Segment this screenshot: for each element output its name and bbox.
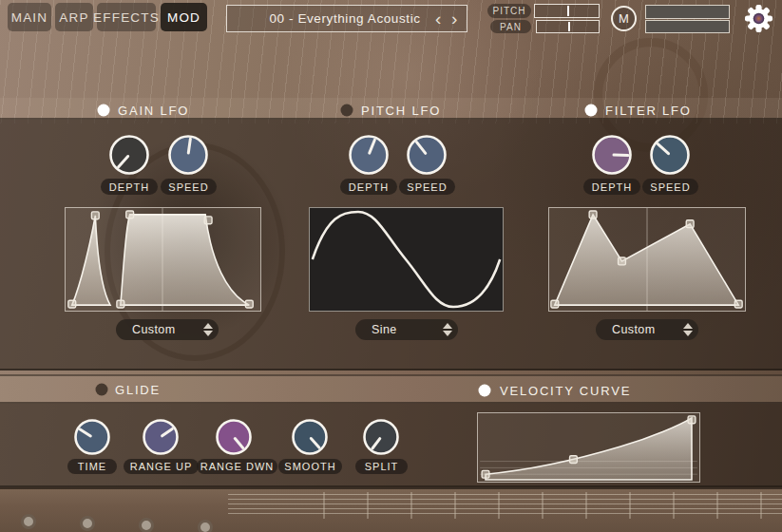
waveform-handle[interactable] [589,211,597,218]
meter-right [645,20,730,33]
gain-shape-dropdown[interactable]: Custom [116,319,219,340]
filter-speed-knob[interactable] [649,134,691,176]
gain-shape-spinner-icon[interactable] [198,323,219,336]
filter-lfo-title: FILTER LFO [605,104,692,118]
gain-lfo-led[interactable] [97,104,110,117]
gain-waveform-display[interactable] [65,207,261,312]
gain-depth-label: DEPTH [101,179,158,195]
glide-smooth-knob[interactable] [291,418,329,456]
background-tuning-peg [21,514,36,529]
pitch-speed-knob[interactable] [406,134,448,176]
gain-depth-knob[interactable] [108,134,150,176]
settings-gear-icon[interactable] [744,4,773,37]
glide-smooth-label: SMOOTH [278,459,342,474]
velocity-curve-path[interactable] [486,418,692,480]
tab-arp-label: ARP [59,10,88,25]
meter-left [645,5,730,19]
waveform-handle[interactable] [688,416,696,424]
preset-next-button[interactable]: › [447,7,463,31]
waveform-handle[interactable] [245,300,253,308]
pitch-depth-label: DEPTH [340,179,397,195]
glide-time-knob[interactable] [73,418,111,456]
pitch-lfo-title: PITCH LFO [361,104,441,118]
glide-range-up-label: RANGE UP [124,459,199,474]
preset-selector[interactable]: 00 - Everything Acoustic ‹ › [226,5,467,32]
waveform-handle[interactable] [91,212,99,219]
waveform-handle[interactable] [126,211,134,218]
pitch-label: PITCH [487,4,531,18]
pan-slider-handle[interactable] [568,22,570,31]
glide-range-dwn-label: RANGE DWN [197,459,277,474]
filter-lfo-led[interactable] [584,104,598,117]
waveform-handle[interactable] [619,257,626,265]
pitch-shape-value: Sine [355,323,437,336]
filter-depth-knob[interactable] [591,134,633,176]
pitch-shape-spinner-icon[interactable] [437,323,458,336]
velocity-curve-led[interactable] [478,384,491,397]
pitch-slider-handle[interactable] [567,6,569,16]
glide-split-label: SPLIT [355,459,408,474]
tab-main[interactable]: MAIN [8,3,51,31]
pitch-shape-dropdown[interactable]: Sine [355,319,458,340]
glide-time-label-text: TIME [78,461,106,472]
pitch-speed-label: SPEED [399,179,455,195]
glide-range-dwn-label-text: RANGE DWN [200,461,274,472]
pitch-depth-knob[interactable] [348,134,390,176]
filter-depth-label-text: DEPTH [592,181,632,193]
waveform-handle[interactable] [117,300,124,308]
velocity-curve-title: VELOCITY CURVE [500,384,631,398]
background-tuning-peg [80,516,95,531]
glide-range-up-knob[interactable] [142,418,180,456]
tab-mod-label: MOD [167,10,200,25]
glide-split-label-text: SPLIT [365,461,399,472]
tab-effects-label: EFFECTS [93,10,160,25]
filter-depth-label: DEPTH [583,179,640,195]
background-frets [323,492,782,519]
gain-speed-knob[interactable] [167,134,209,176]
pitch-lfo-led[interactable] [340,104,353,117]
pan-label-text: PAN [500,22,522,32]
tab-main-label: MAIN [11,10,48,25]
filter-waveform-display[interactable] [548,207,746,312]
waveform-handle[interactable] [570,456,578,464]
preset-prev-button[interactable]: ‹ [430,7,447,31]
glide-led[interactable] [95,383,108,396]
filter-shape-spinner-icon[interactable] [677,323,698,336]
pitch-slider[interactable] [534,4,600,18]
glide-range-dwn-knob[interactable] [215,418,253,456]
waveform-handle[interactable] [68,300,76,308]
background-tuning-peg [139,518,154,532]
background-tuning-peg [198,520,213,532]
mute-button[interactable]: M [611,6,637,31]
pitch-waveform-path [313,212,500,307]
gain-shape-value: Custom [116,323,198,336]
pan-label: PAN [490,20,531,33]
glide-range-up-label-text: RANGE UP [130,461,192,472]
glide-smooth-label-text: SMOOTH [284,461,335,472]
tab-effects[interactable]: EFFECTS [97,3,156,31]
filter-speed-label-text: SPEED [650,181,690,193]
gain-lfo-title: GAIN LFO [118,104,189,118]
glide-split-knob[interactable] [362,418,400,456]
tab-arp[interactable]: ARP [55,3,93,31]
waveform-handle[interactable] [482,470,489,478]
waveform-handle[interactable] [551,300,559,308]
filter-speed-label: SPEED [642,179,698,195]
tab-mod[interactable]: MOD [161,3,207,31]
glide-title: GLIDE [115,383,161,397]
waveform-handle[interactable] [734,300,742,308]
filter-shape-dropdown[interactable]: Custom [596,319,698,340]
gain-speed-label-text: SPEED [168,181,208,193]
pitch-label-text: PITCH [493,6,526,16]
pitch-waveform-display[interactable] [309,207,504,312]
gain-waveform-path[interactable] [72,215,250,305]
waveform-handle[interactable] [686,220,694,228]
mute-button-label: M [619,11,629,26]
gain-speed-label: SPEED [161,179,217,195]
filter-shape-value: Custom [596,323,677,336]
velocity-curve-display[interactable] [477,412,700,483]
pitch-speed-label-text: SPEED [407,181,447,193]
pan-slider[interactable] [536,20,600,33]
preset-name: 00 - Everything Acoustic [227,11,430,26]
waveform-handle[interactable] [204,217,212,224]
